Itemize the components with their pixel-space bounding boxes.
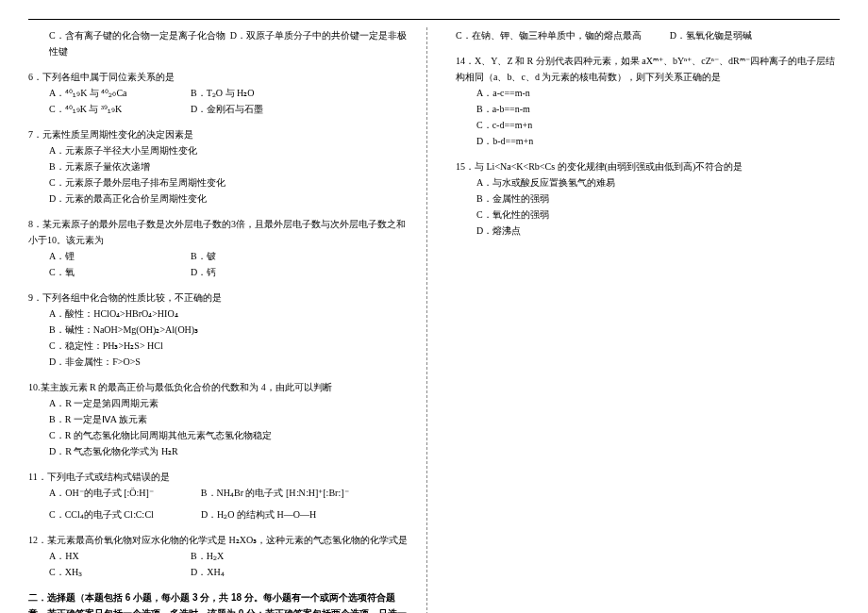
q7d: D．元素的最高正化合价呈周期性变化 xyxy=(49,191,219,207)
q13c: C．在钠、钾、铷三种单质中，铷的熔点最高 xyxy=(456,27,642,43)
q14a: A．a-c==m-n xyxy=(476,85,646,101)
q8b: B．铍 xyxy=(191,248,304,264)
q9c: C．稳定性：PH₃>H₂S> HCl xyxy=(49,338,219,354)
q9b: B．碱性：NaOH>Mg(OH)₂>Al(OH)₃ xyxy=(49,322,219,338)
q6b: B．T₂O 与 H₂O xyxy=(191,85,304,101)
q6a: A．⁴⁰₁₉K 与 ⁴⁰₂₀Ca xyxy=(49,85,162,101)
q11a: A．OH⁻的电子式 [:Ö:H]⁻ xyxy=(49,485,154,501)
q15: 15．与 Li<Na<K<Rb<Cs 的变化规律(由弱到强或由低到高)不符合的是 xyxy=(456,158,840,174)
q7b: B．元素原子量依次递增 xyxy=(49,158,219,174)
q10a: A．R 一定是第四周期元素 xyxy=(49,395,219,411)
top-c: C．含有离子键的化合物一定是离子化合物 xyxy=(49,30,225,41)
q6d: D．金刚石与石墨 xyxy=(191,101,304,117)
q10c: C．R 的气态氢化物比同周期其他元素气态氢化物稳定 xyxy=(49,427,272,443)
q12d: D．XH₄ xyxy=(191,564,304,580)
q13d: D．氢氧化铷是弱碱 xyxy=(670,27,840,43)
q15d: D．熔沸点 xyxy=(476,223,646,239)
q12b: B．H₂X xyxy=(191,548,304,564)
q14b: B．a-b==n-m xyxy=(476,101,646,117)
q6: 6．下列各组中属于同位素关系的是 xyxy=(28,69,412,85)
q12c: C．XH₃ xyxy=(49,564,162,580)
q14: 14．X、Y、Z 和 R 分别代表四种元素，如果 aXᵐ⁺、bYⁿ⁺、cZⁿ⁻、… xyxy=(456,53,840,85)
q8: 8．某元素原子的最外层电子数是次外层电子数的3倍，且最外层电子数与次外层电子数之… xyxy=(28,216,412,248)
q14d: D．b-d==m+n xyxy=(476,133,646,149)
q11c: C．CCl₄的电子式 Cl꞉C꞉Cl xyxy=(49,506,154,522)
q10d: D．R 气态氢化物化学式为 H₂R xyxy=(49,443,219,459)
section-2-header: 二．选择题（本题包括 6 小题，每小题 3 分，共 18 分。每小题有一个或两个… xyxy=(28,589,412,613)
q6c: C．⁴⁰₁₉K 与 ³⁹₁₉K xyxy=(49,101,162,117)
q11b: B．NH₄Br 的电子式 [H꞉N꞉H]⁺[:Br:]⁻ xyxy=(201,485,349,501)
q10: 10.某主族元素 R 的最高正价与最低负化合价的代数和为 4，由此可以判断 xyxy=(28,379,412,395)
q8d: D．钙 xyxy=(191,264,304,280)
q9: 9．下列各组中化合物的性质比较，不正确的是 xyxy=(28,290,412,306)
q7: 7．元素性质呈周期性变化的决定因素是 xyxy=(28,126,412,142)
q15c: C．氧化性的强弱 xyxy=(476,207,646,223)
q15b: B．金属性的强弱 xyxy=(476,191,646,207)
q10b: B．R 一定是ⅣA 族元素 xyxy=(49,411,219,427)
q7c: C．元素原子最外层电子排布呈周期性变化 xyxy=(49,174,225,191)
q7a: A．元素原子半径大小呈周期性变化 xyxy=(49,142,219,158)
q14c: C．c-d==m+n xyxy=(476,117,646,133)
q8c: C．氧 xyxy=(49,264,162,280)
q9a: A．酸性：HClO₄>HBrO₄>HIO₄ xyxy=(49,306,219,322)
q8a: A．锂 xyxy=(49,248,162,264)
q12a: A．HX xyxy=(49,548,162,564)
q11: 11．下列电子式或结构式错误的是 xyxy=(28,469,412,485)
q9d: D．非金属性：F>O>S xyxy=(49,354,219,370)
q15a: A．与水或酸反应置换氢气的难易 xyxy=(476,174,646,191)
q11d: D．H₂O 的结构式 H—O—H xyxy=(201,506,316,522)
q12: 12．某元素最高价氧化物对应水化物的化学式是 H₂XO₃，这种元素的气态氢化物的… xyxy=(28,532,412,548)
